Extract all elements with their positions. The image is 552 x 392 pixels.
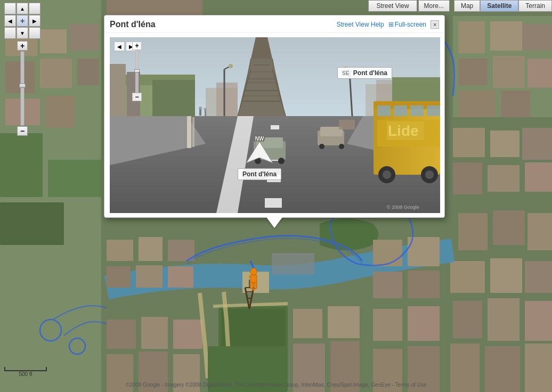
- svg-rect-153: [205, 110, 206, 116]
- sv-zoom-controls: + −: [132, 42, 142, 101]
- svg-point-134: [319, 144, 324, 149]
- svg-rect-57: [373, 240, 402, 266]
- sv-zoom-in[interactable]: +: [132, 42, 142, 50]
- svg-rect-13: [48, 160, 101, 197]
- svg-rect-120: [187, 116, 191, 148]
- sv-zoom-track[interactable]: [135, 50, 139, 93]
- svg-rect-52: [141, 317, 168, 349]
- svg-rect-61: [373, 309, 402, 341]
- sv-fullscreen-link[interactable]: ⊞ Full-screen: [388, 21, 426, 28]
- map-container[interactable]: Street View More... Map Satellite Terrai…: [0, 0, 552, 392]
- svg-rect-11: [0, 133, 43, 197]
- pegman-marker[interactable]: [248, 267, 259, 292]
- svg-rect-39: [525, 301, 552, 341]
- svg-rect-38: [488, 298, 519, 341]
- svg-rect-7: [40, 59, 72, 88]
- pan-empty-br: [29, 27, 40, 39]
- svg-rect-50: [168, 266, 193, 288]
- zoom-thumb[interactable]: [19, 84, 26, 88]
- svg-rect-76: [293, 309, 322, 338]
- svg-point-154: [204, 108, 207, 111]
- svg-rect-49: [136, 265, 163, 288]
- pan-center-button[interactable]: ✛: [17, 15, 28, 27]
- zoom-track[interactable]: [20, 51, 25, 126]
- sv-zoom-out[interactable]: −: [132, 93, 142, 101]
- svg-rect-19: [458, 59, 488, 85]
- pan-empty-bl: [4, 27, 16, 39]
- sv-close-button[interactable]: ✕: [431, 20, 439, 29]
- svg-rect-51: [107, 320, 136, 349]
- sv-scene-svg: Lide © 2008 Google: [110, 37, 440, 213]
- svg-rect-26: [490, 130, 519, 157]
- svg-rect-107: [216, 83, 238, 116]
- scale-label: 500 ft: [4, 371, 47, 377]
- sv-image-area[interactable]: Lide © 2008 Google: [110, 37, 440, 213]
- se-compass-label: SE: [342, 70, 349, 76]
- nw-arrow[interactable]: [246, 142, 273, 167]
- svg-rect-29: [488, 165, 519, 192]
- svg-rect-46: [139, 237, 163, 261]
- pan-left-button[interactable]: ◀: [4, 15, 16, 27]
- sv-nav-back[interactable]: ◀: [114, 42, 125, 51]
- svg-rect-16: [458, 21, 485, 53]
- sv-title: Pont d'Iéna: [110, 20, 156, 29]
- svg-point-135: [339, 144, 344, 149]
- svg-rect-9: [45, 96, 75, 128]
- sv-help-link[interactable]: Street View Help: [336, 21, 384, 28]
- svg-rect-23: [501, 91, 530, 117]
- svg-rect-136: [339, 120, 355, 129]
- svg-rect-34: [450, 261, 485, 293]
- svg-point-80: [250, 268, 257, 275]
- pan-empty-tr: [29, 3, 40, 14]
- street-view-button[interactable]: Street View: [368, 0, 417, 12]
- nw-compass-label: NW: [255, 136, 264, 142]
- more-button[interactable]: More...: [418, 0, 450, 12]
- svg-text:© 2008 Google: © 2008 Google: [387, 205, 419, 210]
- sv-fullscreen-label: Full-screen: [395, 21, 426, 28]
- pan-down-button[interactable]: ▼: [17, 27, 28, 39]
- svg-rect-85: [249, 276, 251, 277]
- svg-rect-25: [453, 128, 485, 157]
- attribution: ©2008 Google - Imagery ©2008 DigitalGlob…: [0, 382, 552, 388]
- svg-rect-17: [490, 21, 522, 51]
- zoom-slider: + −: [17, 41, 28, 136]
- svg-rect-77: [328, 306, 360, 338]
- fullscreen-icon: ⊞: [388, 21, 394, 28]
- satellite-button[interactable]: Satellite: [480, 0, 518, 12]
- svg-rect-22: [458, 91, 496, 117]
- zoom-in-button[interactable]: +: [17, 41, 28, 51]
- svg-rect-121: [192, 117, 194, 147]
- sv-zoom-thumb[interactable]: [134, 69, 140, 72]
- toolbar: Street View More... Map Satellite Terrai…: [368, 0, 552, 12]
- svg-rect-60: [408, 271, 440, 298]
- svg-rect-33: [527, 213, 552, 250]
- svg-rect-37: [453, 301, 482, 338]
- svg-rect-53: [173, 320, 202, 349]
- svg-point-149: [425, 170, 434, 179]
- svg-rect-139: [377, 105, 391, 116]
- svg-rect-91: [110, 64, 126, 116]
- svg-rect-140: [394, 105, 407, 116]
- zoom-out-button[interactable]: −: [17, 126, 28, 136]
- svg-rect-151: [199, 109, 201, 116]
- svg-rect-75: [272, 253, 314, 274]
- scale-bar: 500 ft: [4, 367, 47, 377]
- sv-header: Pont d'Iéna Street View Help ⊞ Full-scre…: [104, 15, 444, 33]
- svg-rect-45: [107, 240, 133, 261]
- svg-rect-18: [522, 24, 552, 51]
- svg-rect-82: [250, 282, 253, 289]
- terrain-button[interactable]: Terrain: [518, 0, 552, 12]
- svg-rect-142: [427, 105, 440, 116]
- svg-point-124: [229, 64, 233, 68]
- map-button[interactable]: Map: [454, 0, 480, 12]
- pan-empty-tl: [4, 3, 16, 14]
- svg-rect-36: [525, 261, 552, 293]
- svg-point-152: [199, 107, 202, 110]
- svg-text:Lide: Lide: [388, 123, 419, 139]
- svg-rect-14: [107, 0, 202, 16]
- svg-rect-141: [410, 105, 424, 116]
- svg-rect-28: [453, 162, 482, 194]
- svg-rect-32: [493, 210, 525, 245]
- pan-up-button[interactable]: ▲: [17, 3, 28, 14]
- pan-right-button[interactable]: ▶: [29, 15, 40, 27]
